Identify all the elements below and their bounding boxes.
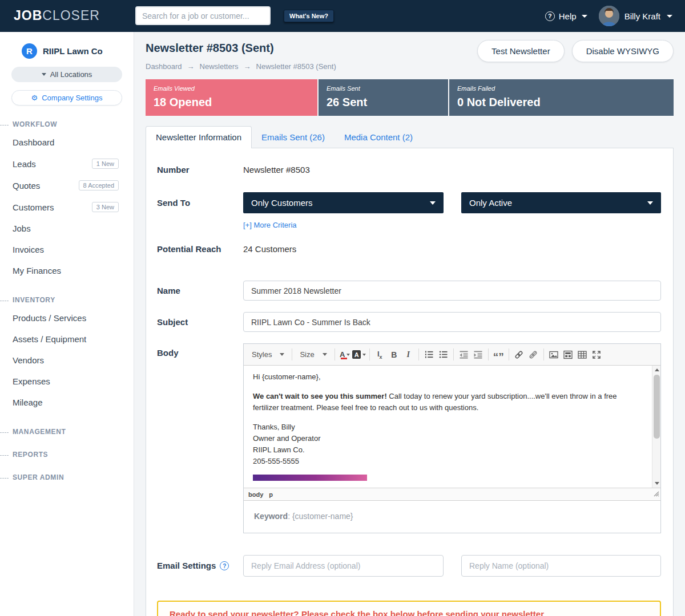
text-color-button[interactable]: A [338, 347, 352, 362]
company-selector[interactable]: R RIIPL Lawn Co [0, 32, 134, 59]
sidebar-item-invoices[interactable]: Invoices [0, 239, 134, 260]
bullet-list-button[interactable] [436, 347, 450, 362]
insert-template-button[interactable] [561, 347, 575, 362]
locations-label: All Locations [50, 70, 92, 79]
gear-icon: ⚙ [31, 94, 38, 102]
section-inventory[interactable]: INVENTORY [0, 296, 134, 304]
item-label: Jobs [13, 224, 31, 233]
size-label: Size [300, 350, 314, 359]
sidebar-item-vendors[interactable]: Vendors [0, 350, 134, 371]
tab-bar: Newsletter Information Emails Sent (26) … [146, 126, 674, 148]
search-input[interactable] [135, 6, 271, 25]
app-logo[interactable]: JOBCLOSER [14, 8, 100, 23]
test-newsletter-button[interactable]: Test Newsletter [477, 40, 565, 62]
help-icon: ? [545, 11, 555, 21]
unlink-button[interactable] [526, 347, 541, 362]
help-menu[interactable]: ? Help [545, 11, 587, 21]
scrollbar-thumb[interactable] [654, 375, 660, 439]
help-tooltip-icon[interactable]: ? [220, 561, 229, 570]
background-color-button[interactable]: A [352, 347, 366, 362]
sidebar-item-expenses[interactable]: Expenses [0, 371, 134, 392]
reply-email-input[interactable] [243, 555, 444, 577]
sidebar-item-my-finances[interactable]: My Finances [0, 260, 134, 281]
insert-image-button[interactable] [547, 347, 561, 362]
sidebar-item-dashboard[interactable]: Dashboard [0, 132, 134, 153]
scroll-down-icon[interactable] [652, 479, 660, 488]
resize-grip-icon[interactable] [654, 489, 659, 499]
ordered-list-icon [425, 350, 433, 359]
breadcrumb-newsletters[interactable]: Newsletters [200, 62, 239, 71]
send-warning-text: Ready to send your newsletter? Please ch… [170, 609, 648, 616]
link-icon [514, 350, 523, 359]
maximize-button[interactable] [590, 347, 604, 362]
stat-value: 0 Not Delivered [457, 96, 666, 109]
logo-bold: JOB [14, 8, 42, 23]
disable-wysiwyg-button[interactable]: Disable WYSIWYG [572, 40, 674, 62]
customers-badge: 3 New [92, 202, 119, 212]
section-super-admin[interactable]: SUPER ADMIN [0, 473, 134, 481]
status-filter-select[interactable]: Only Active [461, 192, 661, 213]
editor-scrollbar[interactable] [652, 366, 660, 488]
item-label: Invoices [13, 245, 44, 254]
sidebar-item-products-services[interactable]: Products / Services [0, 307, 134, 329]
indent-button[interactable] [471, 347, 485, 362]
sidebar-item-customers[interactable]: Customers3 New [0, 196, 134, 218]
size-dropdown[interactable]: Size [295, 348, 331, 361]
remove-format-button[interactable]: Ix [373, 347, 387, 362]
section-workflow[interactable]: WORKFLOW [0, 120, 134, 128]
company-name: RIIPL Lawn Co [43, 46, 103, 56]
item-label: Expenses [13, 376, 50, 386]
breadcrumb-arrow-icon: → [187, 62, 195, 71]
more-criteria-link[interactable]: [+] More Criteria [243, 221, 297, 229]
reply-name-input[interactable] [461, 555, 661, 577]
signature-line: Owner and Operator [253, 433, 643, 444]
user-menu[interactable]: Billy Kraft [599, 6, 672, 26]
company-settings-button[interactable]: ⚙ Company Settings [11, 90, 122, 106]
sidebar-item-jobs[interactable]: Jobs [0, 218, 134, 239]
insert-table-button[interactable] [575, 347, 590, 362]
potential-reach-value: 24 Customers [243, 244, 661, 254]
keyword-label: Keyword [254, 512, 288, 521]
section-reports[interactable]: REPORTS [0, 451, 134, 459]
sidebar-item-quotes[interactable]: Quotes8 Accepted [0, 175, 134, 196]
outdent-button[interactable] [457, 347, 471, 362]
scroll-up-icon[interactable] [652, 366, 660, 374]
tab-newsletter-information[interactable]: Newsletter Information [146, 126, 252, 148]
item-label: Customers [13, 202, 54, 212]
editor-content[interactable]: Hi {customer-name}, We can't wait to see… [244, 366, 660, 488]
stat-label: Emails Viewed [154, 85, 309, 92]
sidebar-item-mileage[interactable]: Mileage [0, 392, 134, 413]
path-p[interactable]: p [269, 491, 273, 498]
stat-value: 18 Opened [154, 96, 309, 109]
editor-path-bar: body p [244, 488, 660, 501]
bold-button[interactable]: B [387, 347, 401, 362]
link-button[interactable] [512, 347, 526, 362]
ordered-list-button[interactable] [422, 347, 436, 362]
name-input[interactable] [243, 281, 661, 301]
send-to-select[interactable]: Only Customers [243, 192, 444, 213]
italic-icon: I [406, 350, 409, 359]
tab-media-content[interactable]: Media Content (2) [335, 127, 422, 148]
tab-emails-sent[interactable]: Emails Sent (26) [252, 127, 335, 148]
sidebar-item-assets-equipment[interactable]: Assets / Equipment [0, 329, 134, 350]
unlink-icon [529, 350, 538, 359]
section-management[interactable]: MANAGEMENT [0, 428, 134, 436]
whats-new-button[interactable]: What's New? [284, 10, 334, 22]
editor-paragraph-bold: We can't wait to see you this summer! [253, 392, 387, 400]
blockquote-button[interactable]: “” [491, 347, 506, 362]
item-label: Mileage [13, 398, 43, 407]
body-label: Body [157, 343, 243, 533]
stat-emails-failed: Emails Failed 0 Not Delivered [449, 79, 674, 116]
sidebar-item-leads[interactable]: Leads1 New [0, 153, 134, 175]
all-locations-dropdown[interactable]: All Locations [11, 67, 122, 82]
chevron-down-icon [280, 353, 284, 356]
path-body[interactable]: body [248, 491, 263, 498]
number-label: Number [157, 165, 243, 175]
subject-input[interactable] [243, 312, 661, 332]
breadcrumb-dashboard[interactable]: Dashboard [146, 62, 182, 71]
italic-button[interactable]: I [401, 347, 416, 362]
styles-dropdown[interactable]: Styles [247, 348, 289, 361]
editor-paragraph: We can't wait to see you this summer! Ca… [253, 391, 643, 414]
outdent-icon [460, 350, 468, 359]
item-label: Dashboard [13, 137, 54, 147]
